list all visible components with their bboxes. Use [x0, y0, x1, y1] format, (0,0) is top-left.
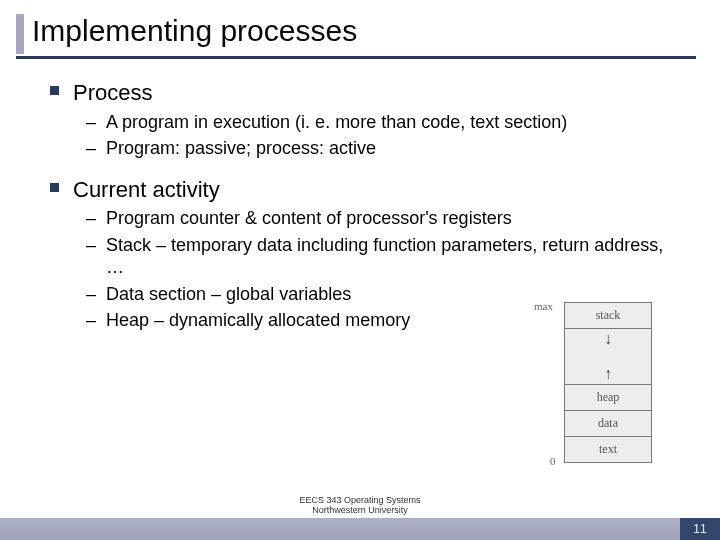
bullet-current-activity: Current activity [50, 176, 680, 204]
dash-icon: – [86, 309, 96, 332]
subbullet-text: Program counter & content of processor's… [106, 207, 680, 230]
subbullet: – Program: passive; process: active [86, 137, 680, 160]
dash-icon: – [86, 111, 96, 134]
footer-line2: Northwestern University [0, 506, 720, 516]
footer-bar [0, 518, 720, 540]
dash-icon: – [86, 283, 96, 306]
slide-content: Process – A program in execution (i. e. … [0, 59, 720, 332]
subbullet-text: Program: passive; process: active [106, 137, 680, 160]
arrow-down-icon: ↓ [604, 331, 612, 347]
subbullet-text: A program in execution (i. e. more than … [106, 111, 680, 134]
page-number: 11 [680, 518, 720, 540]
subbullet: – Stack – temporary data including funct… [86, 234, 680, 279]
subbullet: – Program counter & content of processor… [86, 207, 680, 230]
dash-icon: – [86, 137, 96, 160]
bullet-text: Process [73, 79, 152, 107]
arrow-up-icon: ↑ [604, 366, 612, 382]
memory-stack: stack ↓ ↑ heap data text [564, 302, 652, 463]
mem-label-max: max [534, 300, 553, 312]
title-area: Implementing processes [0, 0, 720, 54]
memory-layout-diagram: max stack ↓ ↑ heap data text 0 [564, 302, 664, 463]
mem-segment-text: text [565, 437, 651, 462]
subbullet-text: Stack – temporary data including functio… [106, 234, 680, 279]
bullet-text: Current activity [73, 176, 220, 204]
dash-icon: – [86, 207, 96, 230]
square-bullet-icon [50, 183, 59, 192]
slide: Implementing processes Process – A progr… [0, 0, 720, 540]
mem-segment-stack: stack [565, 303, 651, 329]
footer-course-info: EECS 343 Operating Systems Northwestern … [0, 496, 720, 516]
mem-segment-data: data [565, 411, 651, 437]
mem-free-region: ↓ ↑ [565, 329, 651, 385]
mem-segment-heap: heap [565, 385, 651, 411]
square-bullet-icon [50, 86, 59, 95]
bullet-process: Process [50, 79, 680, 107]
dash-icon: – [86, 234, 96, 257]
title-accent-bar [16, 14, 24, 54]
subbullet: – A program in execution (i. e. more tha… [86, 111, 680, 134]
mem-label-zero: 0 [550, 455, 556, 467]
slide-title: Implementing processes [32, 14, 357, 54]
